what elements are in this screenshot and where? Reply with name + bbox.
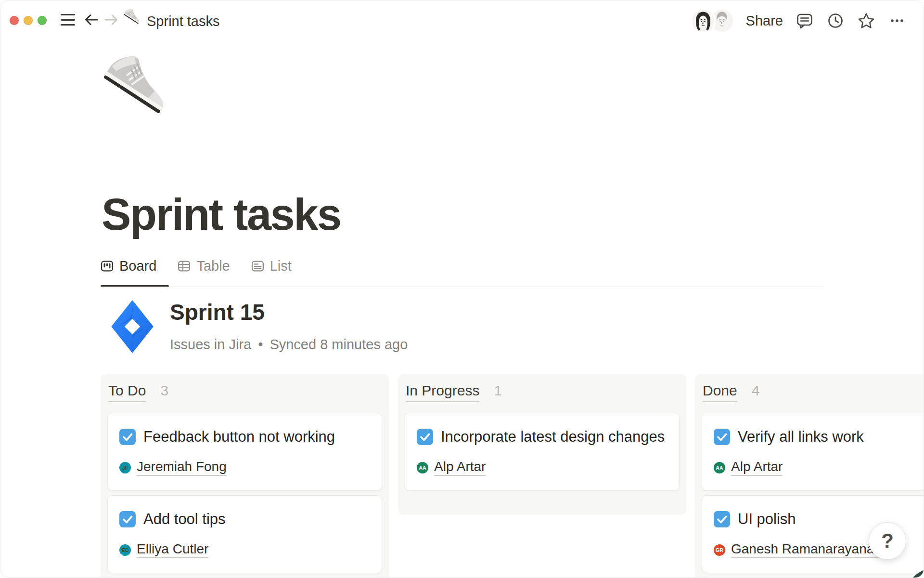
checkbox-icon[interactable]	[119, 429, 136, 445]
card-title-row: Incorporate latest design changes	[417, 426, 667, 447]
page-icon-sneaker[interactable]	[104, 57, 177, 134]
card[interactable]: Incorporate latest design changes AA Alp…	[405, 413, 680, 491]
card[interactable]: Add tool tips EC Elliya Cutler	[107, 495, 382, 573]
column-header: Done 4	[702, 382, 924, 402]
assignee[interactable]: EC Elliya Cutler	[119, 541, 208, 558]
subtitle-separator: •	[258, 337, 263, 353]
card[interactable]: Feedback button not working JF Jeremiah …	[107, 413, 382, 491]
assignee[interactable]: GR Ganesh Ramanarayanan	[714, 541, 882, 558]
collaborator-avatar-1[interactable]	[692, 10, 714, 32]
assignee-avatar: AA	[714, 462, 725, 473]
list-view-icon	[251, 260, 264, 273]
database-subtitle: Issues in Jira • Synced 8 minutes ago	[170, 337, 408, 353]
assignee-avatar: EC	[119, 544, 131, 556]
column-count: 1	[494, 382, 502, 399]
database-title[interactable]: Sprint 15	[170, 299, 265, 325]
column-name[interactable]: To Do	[108, 382, 146, 402]
topbar: Sprint tasks	[0, 0, 924, 41]
board-column-in-progress: In Progress 1 Incorporate latest design …	[398, 374, 686, 515]
database-source-link[interactable]: Issues in Jira	[170, 337, 251, 353]
tab-table-label: Table	[196, 258, 230, 274]
comments-icon[interactable]	[796, 12, 814, 30]
sneaker-icon	[124, 9, 143, 30]
checkbox-icon[interactable]	[417, 429, 433, 445]
page-title[interactable]: Sprint tasks	[102, 189, 341, 240]
board-view-icon	[101, 260, 114, 273]
tab-board-label: Board	[119, 258, 156, 274]
assignee-name: Elliya Cutler	[137, 541, 208, 558]
help-button[interactable]: ?	[869, 522, 906, 560]
breadcrumb[interactable]: Sprint tasks	[147, 13, 220, 29]
back-arrow-icon[interactable]	[83, 11, 100, 28]
card-title: Verify all links work	[738, 428, 864, 445]
card[interactable]: Verify all links work AA Alp Artar	[702, 413, 924, 491]
close-window-icon[interactable]	[10, 16, 19, 25]
table-view-icon	[178, 260, 191, 273]
column-name[interactable]: Done	[703, 382, 737, 402]
column-name[interactable]: In Progress	[406, 382, 479, 402]
checkbox-icon[interactable]	[714, 511, 730, 527]
window-controls	[10, 16, 47, 25]
card-title: Add tool tips	[143, 511, 226, 527]
tab-list-label: List	[270, 258, 292, 274]
more-options-icon[interactable]	[888, 12, 906, 30]
assignee-avatar: GR	[714, 544, 725, 556]
assignee-name: Ganesh Ramanarayanan	[731, 541, 882, 558]
column-header: In Progress 1	[405, 382, 680, 402]
column-count: 4	[752, 382, 760, 399]
tab-list[interactable]: List	[251, 258, 292, 274]
favorite-star-icon[interactable]	[857, 12, 875, 30]
card-title: UI polish	[738, 511, 796, 527]
column-count: 3	[160, 382, 168, 399]
minimize-window-icon[interactable]	[24, 16, 33, 25]
tab-table[interactable]: Table	[178, 258, 230, 274]
assignee-avatar: JF	[119, 462, 131, 473]
checkbox-icon[interactable]	[119, 511, 136, 527]
tabs-divider	[101, 287, 823, 288]
assignee-name: Jeremiah Fong	[137, 459, 227, 476]
card-title: Incorporate latest design changes	[441, 428, 665, 445]
tab-board[interactable]: Board	[101, 258, 156, 274]
card-title: Feedback button not working	[143, 428, 335, 445]
checkbox-icon[interactable]	[714, 429, 730, 445]
updates-clock-icon[interactable]	[826, 12, 845, 30]
sidebar-menu-icon[interactable]	[61, 14, 75, 26]
forward-arrow-icon[interactable]	[103, 11, 120, 28]
assignee-avatar: AA	[417, 462, 428, 473]
sync-status: Synced 8 minutes ago	[270, 337, 408, 353]
share-button[interactable]: Share	[746, 13, 783, 29]
assignee[interactable]: AA Alp Artar	[417, 459, 486, 476]
collaborator-avatars	[692, 9, 733, 33]
column-header: To Do 3	[107, 382, 382, 402]
jira-logo-icon	[110, 299, 154, 354]
assignee-name: Alp Artar	[434, 459, 486, 476]
assignee-name: Alp Artar	[731, 459, 783, 476]
board-column-todo: To Do 3 Feedback button not working JF J…	[101, 374, 389, 578]
view-tabs: Board Table List	[101, 255, 292, 277]
card-title-row: Add tool tips	[119, 508, 370, 530]
assignee[interactable]: AA Alp Artar	[714, 459, 783, 476]
assignee[interactable]: JF Jeremiah Fong	[119, 459, 227, 476]
zoom-window-icon[interactable]	[38, 16, 47, 25]
card-title-row: Verify all links work	[714, 426, 924, 447]
card-title-row: Feedback button not working	[119, 426, 370, 447]
notion-window: Sprint tasks	[0, 0, 924, 578]
